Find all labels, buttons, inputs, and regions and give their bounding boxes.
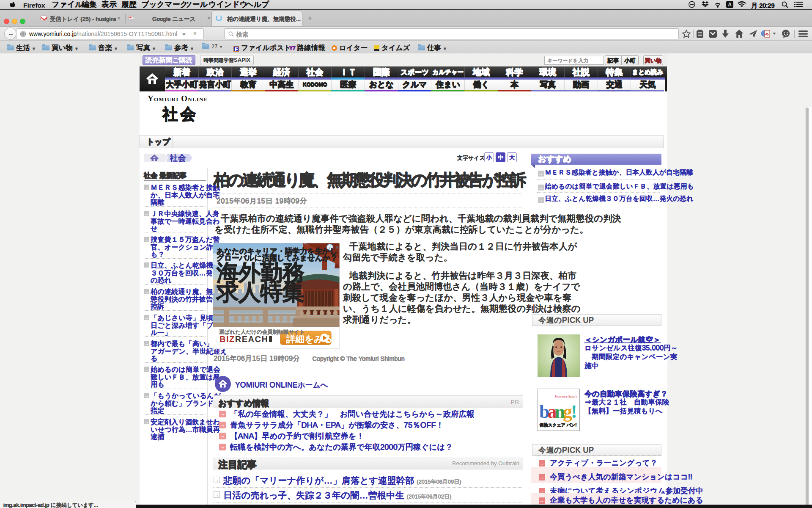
svg-text:bang!: bang!	[539, 401, 577, 422]
svg-text:A: A	[728, 2, 732, 8]
svg-text:Insurance Square: Insurance Square	[554, 395, 578, 398]
